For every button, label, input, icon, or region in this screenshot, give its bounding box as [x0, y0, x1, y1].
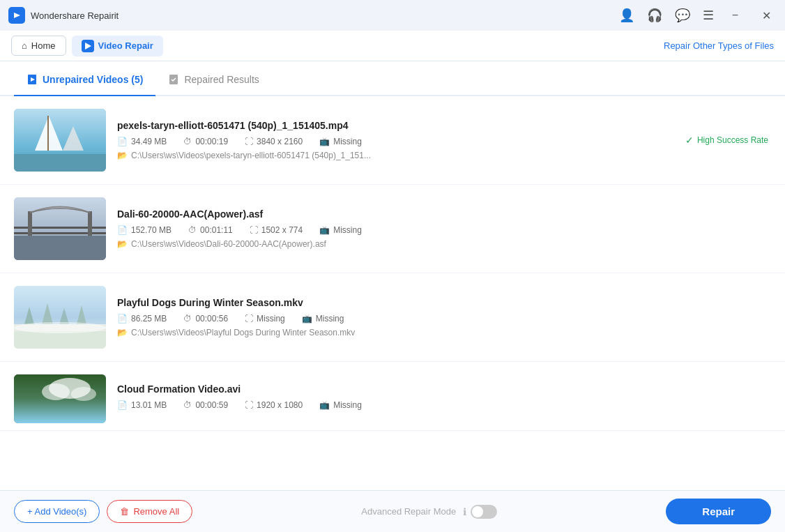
info-icon: ℹ	[463, 506, 466, 517]
titlebar-controls: 👤 🎧 💬 ☰ − ✕	[619, 6, 777, 25]
folder-icon: 📂	[117, 151, 128, 160]
account-icon[interactable]: 👤	[619, 8, 634, 23]
toggle-container: ℹ	[463, 505, 497, 519]
file-info: pexels-taryn-elliott-6051471 (540p)_1_15…	[117, 120, 771, 160]
file-icon: 📄	[117, 400, 128, 410]
meta-resolution: ⛶ 3840 x 2160	[245, 137, 303, 146]
advanced-repair-section: Advanced Repair Mode ℹ	[361, 505, 497, 519]
tab-unrepaired-icon	[26, 74, 38, 85]
main-panel: Unrepaired Videos (5) Repaired Results	[0, 61, 785, 490]
meta-size: 📄 34.49 MB	[117, 137, 167, 146]
audio-icon: 📺	[319, 400, 330, 410]
meta-size: 📄 86.25 MB	[117, 314, 167, 324]
thumbnail	[14, 197, 106, 260]
resolution-icon: ⛶	[245, 400, 253, 410]
close-button[interactable]: ✕	[756, 6, 777, 25]
clock-icon: ⏱	[188, 225, 197, 235]
meta-audio: 📺 Missing	[319, 400, 362, 410]
clock-icon: ⏱	[183, 314, 192, 324]
file-info: Cloud Formation Video.avi 📄 13.01 MB ⏱ 0…	[117, 383, 771, 414]
file-info: Playful Dogs During Winter Season.mkv 📄 …	[117, 297, 771, 337]
file-item: Cloud Formation Video.avi 📄 13.01 MB ⏱ 0…	[0, 362, 785, 431]
headphone-icon[interactable]: 🎧	[647, 8, 662, 23]
meta-resolution: ⛶ 1920 x 1080	[245, 400, 303, 410]
file-meta: 📄 13.01 MB ⏱ 00:00:59 ⛶ 1920 x 1080 📺 Mi…	[117, 400, 771, 410]
file-list: pexels-taryn-elliott-6051471 (540p)_1_15…	[0, 96, 785, 489]
repair-other-link[interactable]: Repair Other Types of Files	[664, 40, 774, 51]
resolution-icon: ⛶	[245, 137, 253, 146]
tab-repaired-label: Repaired Results	[184, 74, 259, 85]
meta-duration: ⏱ 00:01:11	[188, 225, 233, 235]
meta-audio: 📺 Missing	[319, 137, 362, 146]
file-name: Cloud Formation Video.avi	[117, 383, 771, 395]
folder-icon: 📂	[117, 328, 128, 337]
success-badge: ✓ High Success Rate	[685, 135, 768, 146]
file-meta: 📄 86.25 MB ⏱ 00:00:56 ⛶ Missing 📺 Missin…	[117, 314, 771, 324]
resolution-icon: ⛶	[250, 225, 258, 235]
meta-duration: ⏱ 00:00:59	[183, 400, 228, 410]
trash-icon: 🗑	[120, 506, 129, 517]
video-repair-label: Video Repair	[98, 40, 153, 51]
tab-unrepaired-label: Unrepaired Videos (5)	[43, 74, 143, 85]
home-button[interactable]: ⌂ Home	[11, 36, 66, 56]
bottom-actions-left: + Add Video(s) 🗑 Remove All	[14, 500, 192, 523]
menu-icon[interactable]: ☰	[703, 8, 714, 23]
file-path: 📂 C:\Users\ws\Videos\pexels-taryn-elliot…	[117, 151, 771, 160]
file-info: Dali-60-20000-AAC(Apower).asf 📄 152.70 M…	[117, 208, 771, 249]
video-repair-icon	[82, 40, 94, 52]
svg-rect-14	[28, 211, 32, 236]
meta-audio: 📺 Missing	[319, 225, 362, 235]
thumbnail	[14, 286, 106, 349]
clock-icon: ⏱	[183, 400, 192, 410]
home-icon: ⌂	[22, 40, 27, 51]
remove-label: Remove All	[133, 506, 179, 517]
meta-resolution: ⛶ 1502 x 774	[250, 225, 303, 235]
clock-icon: ⏱	[183, 137, 192, 146]
file-item: Playful Dogs During Winter Season.mkv 📄 …	[0, 273, 785, 362]
chat-icon[interactable]: 💬	[675, 8, 690, 23]
app-title: Wondershare Repairit	[31, 10, 119, 21]
file-path: 📂 C:\Users\ws\Videos\Dali-60-20000-AAC(A…	[117, 239, 771, 249]
audio-icon: 📺	[302, 314, 312, 324]
meta-duration: ⏱ 00:00:19	[183, 137, 228, 146]
svg-point-27	[71, 387, 96, 401]
repair-button[interactable]: Repair	[666, 499, 771, 524]
svg-rect-9	[47, 116, 49, 151]
file-meta: 📄 152.70 MB ⏱ 00:01:11 ⛶ 1502 x 774 📺 Mi…	[117, 225, 771, 235]
nav-left: ⌂ Home Video Repair	[11, 36, 163, 56]
video-repair-tab[interactable]: Video Repair	[72, 36, 163, 56]
thumbnail	[14, 374, 106, 423]
navbar: ⌂ Home Video Repair Repair Other Types o…	[0, 31, 785, 61]
tab-repaired[interactable]: Repaired Results	[155, 64, 271, 96]
svg-marker-1	[85, 43, 91, 50]
app-icon	[8, 7, 25, 24]
file-icon: 📄	[117, 137, 128, 146]
file-name: Playful Dogs During Winter Season.mkv	[117, 297, 771, 308]
audio-icon: 📺	[319, 225, 330, 235]
add-video-button[interactable]: + Add Video(s)	[14, 500, 100, 523]
check-icon: ✓	[685, 135, 694, 146]
titlebar: Wondershare Repairit 👤 🎧 💬 ☰ − ✕	[0, 0, 785, 31]
svg-rect-11	[14, 236, 106, 260]
toggle-knob	[472, 506, 483, 517]
file-name: Dali-60-20000-AAC(Apower).asf	[117, 208, 771, 220]
bottom-bar: + Add Video(s) 🗑 Remove All Advanced Rep…	[0, 490, 785, 532]
remove-all-button[interactable]: 🗑 Remove All	[107, 500, 192, 523]
svg-rect-18	[14, 331, 106, 349]
advanced-repair-label: Advanced Repair Mode	[361, 506, 456, 517]
titlebar-left: Wondershare Repairit	[8, 7, 119, 24]
file-item: Dali-60-20000-AAC(Apower).asf 📄 152.70 M…	[0, 185, 785, 273]
file-icon: 📄	[117, 314, 128, 324]
svg-rect-12	[14, 227, 106, 229]
advanced-repair-toggle[interactable]	[471, 505, 497, 519]
tab-unrepaired[interactable]: Unrepaired Videos (5)	[14, 64, 155, 96]
svg-point-26	[42, 383, 70, 400]
file-item: pexels-taryn-elliott-6051471 (540p)_1_15…	[0, 96, 785, 185]
svg-point-23	[14, 322, 106, 333]
meta-size: 📄 13.01 MB	[117, 400, 167, 410]
minimize-button[interactable]: −	[726, 6, 744, 24]
tabs-bar: Unrepaired Videos (5) Repaired Results	[0, 64, 785, 96]
folder-icon: 📂	[117, 239, 128, 249]
meta-audio: 📺 Missing	[302, 314, 344, 324]
file-icon: 📄	[117, 225, 128, 235]
